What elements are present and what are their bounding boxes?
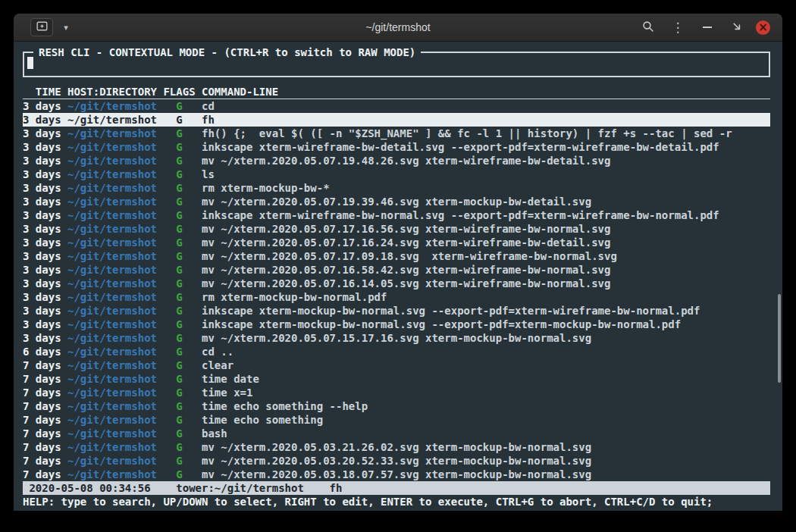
history-row[interactable]: 3 days ~/git/termshot G mv ~/xterm.2020.…: [23, 154, 770, 167]
menu-button[interactable]: ⋮: [667, 17, 688, 37]
row-flags: G: [163, 290, 195, 304]
row-command: mv ~/xterm.2020.05.07.17.16.56.svg xterm…: [202, 222, 770, 236]
resh-search-box: RESH CLI - CONTEXTUAL MODE - (CTRL+R to …: [23, 52, 770, 77]
row-command: time echo something --help: [202, 399, 770, 413]
row-directory: ~/git/termshot: [67, 249, 157, 263]
close-button[interactable]: ×: [756, 20, 770, 35]
row-time: 3 days: [23, 181, 61, 195]
row-flags: G: [163, 372, 195, 386]
status-datetime: 2020-05-08 00:34:56: [29, 481, 150, 495]
history-row[interactable]: 7 days ~/git/termshot G clear: [23, 358, 770, 372]
row-time: 3 days: [23, 277, 61, 290]
history-row[interactable]: 3 days ~/git/termshot G mv ~/xterm.2020.…: [23, 263, 770, 277]
row-command: inkscape xterm-wireframe-bw-normal.svg -…: [202, 208, 770, 222]
history-row[interactable]: 7 days ~/git/termshot G time x=1: [23, 386, 770, 399]
row-flags: G: [163, 468, 195, 481]
row-flags: G: [163, 304, 195, 318]
minimize-button[interactable]: [697, 17, 718, 37]
status-location: tower:~/git/termshot: [176, 481, 304, 495]
history-row[interactable]: 3 days ~/git/termshot G inkscape xterm-m…: [23, 304, 770, 318]
history-row[interactable]: 3 days ~/git/termshot G rm xterm-mockup-…: [23, 290, 770, 304]
row-flags: G: [163, 454, 195, 468]
search-icon: [642, 20, 654, 35]
status-bar: 2020-05-08 00:34:56 tower:~/git/termshot…: [23, 481, 770, 495]
history-row[interactable]: 6 days ~/git/termshot G cd ..: [23, 345, 770, 358]
history-row[interactable]: 7 days ~/git/termshot G time echo someth…: [23, 413, 770, 427]
history-row[interactable]: 3 days ~/git/termshot G mv ~/xterm.2020.…: [23, 222, 770, 236]
row-time: 3 days: [23, 263, 61, 277]
col-cmd-label: COMMAND-LINE: [202, 85, 770, 99]
history-row[interactable]: 7 days ~/git/termshot G mv ~/xterm.2020.…: [23, 454, 770, 468]
history-row[interactable]: 3 days ~/git/termshot G inkscape xterm-w…: [23, 140, 770, 154]
history-row[interactable]: 3 days ~/git/termshot G mv ~/xterm.2020.…: [23, 249, 770, 263]
row-command: mv ~/xterm.2020.05.03.18.07.57.svg xterm…: [202, 468, 770, 481]
row-directory: ~/git/termshot: [67, 427, 157, 440]
history-row[interactable]: 3 days ~/git/termshot G mv ~/xterm.2020.…: [23, 331, 770, 345]
restore-button[interactable]: [726, 17, 747, 37]
row-time: 7 days: [23, 440, 61, 454]
history-row[interactable]: 7 days ~/git/termshot G mv ~/xterm.2020.…: [23, 468, 770, 481]
row-flags: G: [163, 440, 195, 454]
row-flags: G: [163, 154, 195, 167]
row-flags: G: [163, 318, 195, 331]
row-time: 3 days: [23, 113, 61, 127]
row-directory: ~/git/termshot: [67, 208, 157, 222]
row-directory: ~/git/termshot: [67, 468, 157, 481]
search-button[interactable]: [638, 17, 659, 37]
row-command: fh: [202, 113, 770, 127]
tab-list-dropdown-button[interactable]: ▾: [55, 17, 77, 37]
row-flags: G: [163, 113, 195, 127]
row-flags: G: [163, 195, 195, 208]
history-row[interactable]: 3 days ~/git/termshot G mv ~/xterm.2020.…: [23, 236, 770, 249]
row-directory: ~/git/termshot: [67, 181, 157, 195]
history-row[interactable]: 7 days ~/git/termshot G time echo someth…: [23, 399, 770, 413]
row-command: ls: [202, 167, 770, 181]
row-flags: G: [163, 386, 195, 399]
row-time: 3 days: [23, 222, 61, 236]
col-flags-label: FLAGS: [163, 85, 195, 99]
row-directory: ~/git/termshot: [67, 154, 157, 167]
history-row[interactable]: 7 days ~/git/termshot G mv ~/xterm.2020.…: [23, 440, 770, 454]
history-row[interactable]: 7 days ~/git/termshot G bash: [23, 427, 770, 440]
row-time: 7 days: [23, 413, 61, 427]
row-flags: G: [163, 399, 195, 413]
close-icon: ×: [758, 22, 768, 33]
row-directory: ~/git/termshot: [67, 358, 157, 372]
row-flags: G: [163, 277, 195, 290]
history-row[interactable]: 3 days ~/git/termshot G inkscape xterm-w…: [23, 208, 770, 222]
row-time: 3 days: [23, 290, 61, 304]
history-row[interactable]: 7 days ~/git/termshot G time date: [23, 372, 770, 386]
history-row[interactable]: 3 days ~/git/termshot G mv ~/xterm.2020.…: [23, 277, 770, 290]
new-tab-button[interactable]: [30, 18, 53, 36]
row-flags: G: [163, 236, 195, 249]
row-directory: ~/git/termshot: [67, 263, 157, 277]
row-command: cd: [202, 99, 770, 113]
scrollbar-thumb[interactable]: [778, 294, 781, 383]
history-row[interactable]: 3 days ~/git/termshot G ls: [23, 167, 770, 181]
row-time: 7 days: [23, 386, 61, 399]
row-command: mv ~/xterm.2020.05.07.16.14.05.svg xterm…: [202, 277, 770, 290]
history-row[interactable]: 3 days ~/git/termshot G cd: [23, 99, 770, 113]
history-row[interactable]: 3 days ~/git/termshot G rm xterm-mockup-…: [23, 181, 770, 195]
row-flags: G: [163, 249, 195, 263]
row-time: 7 days: [23, 372, 61, 386]
row-flags: G: [163, 345, 195, 358]
history-row[interactable]: 3 days ~/git/termshot G mv ~/xterm.2020.…: [23, 195, 770, 208]
row-flags: G: [163, 413, 195, 427]
col-time-label: TIME: [23, 85, 61, 99]
row-directory: ~/git/termshot: [67, 345, 157, 358]
row-directory: ~/git/termshot: [67, 318, 157, 331]
history-row[interactable]: 3 days ~/git/termshot G fh() {; eval $( …: [23, 127, 770, 140]
row-time: 3 days: [23, 127, 61, 140]
row-directory: ~/git/termshot: [67, 331, 157, 345]
row-time: 3 days: [23, 140, 61, 154]
row-flags: G: [163, 222, 195, 236]
row-directory: ~/git/termshot: [67, 454, 157, 468]
row-flags: G: [163, 181, 195, 195]
history-row[interactable]: 3 days ~/git/termshot G fh: [23, 113, 770, 127]
row-flags: G: [163, 331, 195, 345]
row-command: mv ~/xterm.2020.05.07.16.58.42.svg xterm…: [202, 263, 770, 277]
history-row[interactable]: 3 days ~/git/termshot G inkscape xterm-m…: [23, 318, 770, 331]
row-directory: ~/git/termshot: [67, 290, 157, 304]
history-header: TIME HOST:DIRECTORY FLAGS COMMAND-LINE: [23, 85, 770, 99]
